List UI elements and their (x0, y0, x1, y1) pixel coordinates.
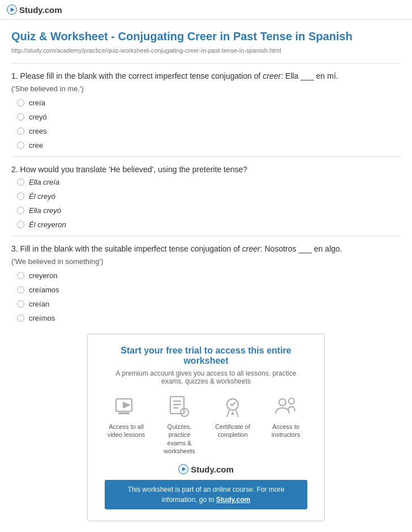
svg-text:?: ? (183, 410, 186, 416)
q1-option-2[interactable]: creyó (17, 113, 401, 121)
question-2: 2. How would you translate 'He believed'… (11, 164, 401, 229)
main-content: Quiz & Worksheet - Conjugating Creer in … (0, 20, 412, 532)
logo[interactable]: Study.com (7, 5, 62, 15)
radio-q3-2[interactable] (17, 286, 24, 293)
cta-icon-certificate: Certificate ofcompletion (213, 394, 252, 455)
cta-banner: This worksheet is part of an online cour… (105, 480, 307, 509)
cta-banner-text: This worksheet is part of an online cour… (128, 486, 285, 504)
cta-play-icon (178, 464, 188, 474)
cta-logo: Study.com (105, 464, 307, 474)
q2-option-2-label: Él creyó (29, 192, 55, 201)
q2-option-3[interactable]: Ella creyó (17, 206, 401, 215)
cta-certificate-label: Certificate ofcompletion (215, 423, 250, 439)
play-circle-icon (7, 5, 17, 15)
svg-line-13 (236, 410, 238, 417)
q1-option-1[interactable]: creía (17, 99, 401, 107)
cta-banner-link[interactable]: Study.com (216, 496, 250, 504)
cta-quiz-label: Quizzes, practiceexams & worksheets (160, 423, 199, 455)
radio-q3-4[interactable] (17, 314, 24, 322)
q3-option-4[interactable]: creímos (17, 314, 401, 322)
header: Study.com (0, 0, 412, 20)
quiz-icon: ? (167, 394, 192, 419)
divider-q2-q3 (11, 236, 401, 236)
q3-option-2-label: creíamos (29, 286, 59, 294)
svg-marker-3 (123, 402, 131, 408)
radio-q1-4[interactable] (17, 142, 24, 149)
radio-q3-1[interactable] (17, 272, 24, 279)
question-3-subtext: ('We believed in something') (11, 257, 401, 266)
q2-option-1[interactable]: Ella creía (17, 178, 401, 186)
q2-option-4[interactable]: Él creyeron (17, 220, 401, 229)
cta-logo-text: Study.com (191, 465, 234, 474)
q2-text: 2. How would you translate 'He believed'… (11, 165, 247, 174)
cta-video-label: Access to allvideo lessons (108, 423, 145, 439)
q1-option-1-label: creía (29, 99, 45, 107)
q3-prefix: 3. Fill in the blank with the suitable i… (11, 244, 242, 253)
question-1: 1. Please fill in the blank with the cor… (11, 70, 401, 150)
cta-icon-video: Access to allvideo lessons (106, 394, 146, 455)
cta-icons-row: Access to allvideo lessons ? (105, 394, 307, 455)
radio-q2-1[interactable] (17, 178, 24, 186)
question-3: 3. Fill in the blank with the suitable i… (11, 243, 401, 322)
radio-q2-2[interactable] (17, 193, 24, 200)
question-2-text: 2. How would you translate 'He believed'… (11, 164, 401, 176)
q2-option-3-label: Ella creyó (29, 206, 61, 215)
cta-box: Start your free trial to access this ent… (87, 334, 325, 521)
question-1-subtext: ('She believed in me.') (11, 84, 401, 93)
cta-container: Start your free trial to access this ent… (11, 334, 401, 521)
q1-italic: creer (263, 71, 281, 80)
q1-prefix: 1. Please fill in the blank with the cor… (11, 71, 263, 80)
q1-option-3[interactable]: crees (17, 127, 401, 135)
q1-option-4[interactable]: cree (17, 141, 401, 150)
q3-option-1[interactable]: creyeron (17, 271, 401, 280)
logo-text: Study.com (19, 5, 62, 15)
cta-title: Start your free trial to access this ent… (105, 346, 307, 366)
question-2-options: Ella creía Él creyó Ella creyó Él creyer… (11, 178, 401, 229)
radio-q2-4[interactable] (17, 221, 24, 228)
q3-option-4-label: creímos (29, 314, 55, 322)
question-3-options: creyeron creíamos creían creímos (11, 271, 401, 322)
cta-icon-instructor: Access toinstructors (266, 394, 306, 455)
svg-rect-4 (118, 412, 130, 414)
question-3-text: 3. Fill in the blank with the suitable i… (11, 243, 401, 255)
cta-subtitle: A premium account gives you access to al… (105, 369, 307, 385)
svg-point-15 (279, 399, 286, 406)
q3-suffix: : Nosotros ___ en algo. (260, 244, 342, 253)
cta-icon-quiz: ? Quizzes, practiceexams & worksheets (160, 394, 199, 455)
radio-q1-2[interactable] (17, 113, 24, 121)
q2-option-1-label: Ella creía (29, 178, 59, 186)
q3-option-3-label: creían (29, 300, 49, 308)
svg-point-16 (289, 398, 294, 404)
q2-option-2[interactable]: Él creyó (17, 192, 401, 201)
q1-option-2-label: creyó (29, 113, 47, 121)
question-1-options: creía creyó crees cree (11, 99, 401, 150)
divider-q1-q2 (11, 156, 401, 157)
radio-q2-3[interactable] (17, 207, 24, 214)
q3-option-3[interactable]: creían (17, 300, 401, 308)
cta-instructor-label: Access toinstructors (272, 423, 301, 439)
certificate-icon (220, 394, 245, 419)
q3-option-1-label: creyeron (29, 271, 58, 280)
instructor-icon (273, 394, 298, 419)
q3-option-2[interactable]: creíamos (17, 286, 401, 294)
video-icon (114, 394, 139, 419)
radio-q1-3[interactable] (17, 127, 24, 135)
q1-option-3-label: crees (29, 127, 47, 135)
question-1-text: 1. Please fill in the blank with the cor… (11, 70, 401, 82)
svg-line-12 (227, 410, 229, 417)
q1-option-4-label: cree (29, 141, 43, 150)
radio-q1-1[interactable] (17, 99, 24, 107)
svg-marker-14 (231, 411, 234, 415)
divider-top (11, 63, 401, 63)
page-url: http://study.com/academy/practice/quiz-w… (11, 47, 401, 54)
q3-italic: creer (242, 244, 260, 253)
q2-option-4-label: Él creyeron (29, 220, 66, 229)
q1-suffix: : Ella ___ en mí. (281, 71, 338, 80)
page-title: Quiz & Worksheet - Conjugating Creer in … (11, 29, 401, 44)
radio-q3-3[interactable] (17, 300, 24, 308)
